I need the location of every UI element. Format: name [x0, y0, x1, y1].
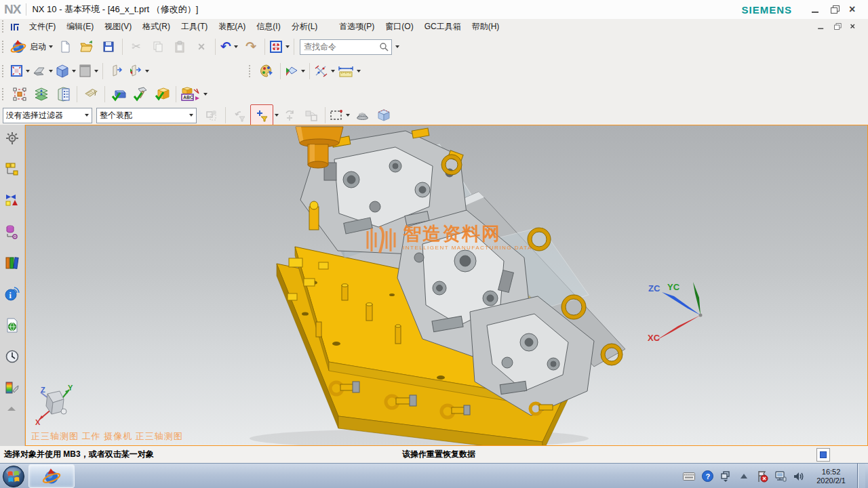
- paste-icon: [174, 41, 186, 53]
- close-button[interactable]: ×: [849, 5, 859, 14]
- save-button[interactable]: [98, 37, 119, 57]
- show-desktop-button[interactable]: [857, 464, 865, 488]
- toolbar-grip[interactable]: [2, 88, 6, 100]
- taskbar-clock[interactable]: 16:52 2020/2/1: [811, 468, 851, 485]
- minimize-button[interactable]: [811, 5, 821, 14]
- web-browser-button[interactable]: i: [3, 285, 22, 304]
- menu-item-file[interactable]: 文件(F): [24, 20, 61, 34]
- menu-item-view[interactable]: 视图(V): [99, 20, 137, 34]
- triad-z-label: Z: [41, 386, 45, 394]
- toolbar-separator: [77, 86, 77, 102]
- toolbar-separator: [294, 39, 294, 55]
- cad-model: [26, 125, 867, 445]
- restore-window-tray-icon[interactable]: [719, 470, 732, 483]
- svg-text:?: ?: [705, 472, 710, 481]
- toolbar-separator: [104, 86, 105, 102]
- move-component-button[interactable]: [9, 84, 31, 104]
- undo-caret-icon: [234, 45, 238, 48]
- toolbar-grip[interactable]: [249, 65, 253, 77]
- roles-button[interactable]: [3, 129, 22, 148]
- books-icon: [5, 256, 20, 270]
- snap-shell-button[interactable]: [351, 105, 373, 125]
- restore-button[interactable]: [830, 5, 840, 14]
- check-component-button[interactable]: [151, 84, 173, 104]
- child-restore-button[interactable]: [833, 22, 841, 30]
- add-filter-button[interactable]: [250, 104, 273, 126]
- note-tag-button[interactable]: [80, 84, 102, 104]
- background-button[interactable]: [77, 61, 100, 81]
- show-hide-button[interactable]: [283, 61, 307, 81]
- menu-item-assemblies[interactable]: 装配(A): [213, 20, 251, 34]
- rendering-style-button[interactable]: [54, 61, 77, 81]
- orient-view-button[interactable]: [31, 61, 54, 81]
- constraint-navigator-button[interactable]: [3, 191, 22, 210]
- check-tools-button[interactable]: [130, 84, 151, 104]
- new-file-button[interactable]: [54, 37, 76, 57]
- taskbar: ? 16:52 2020/2/1: [0, 463, 868, 488]
- menu-item-analysis[interactable]: 分析(L): [286, 20, 323, 34]
- selection-bar: 没有选择过滤器 整个装配: [0, 106, 868, 125]
- undo-button[interactable]: ↶: [218, 37, 240, 57]
- status-select-icon[interactable]: [816, 448, 830, 462]
- materials-button[interactable]: [3, 378, 22, 397]
- menu-item-help[interactable]: 帮助(H): [467, 20, 505, 34]
- nx-task-button[interactable]: [28, 464, 75, 488]
- action-center-icon[interactable]: [756, 470, 768, 483]
- search-caret-icon[interactable]: [395, 45, 399, 48]
- menu-item-gc-toolbox[interactable]: GC工具箱: [419, 20, 467, 34]
- find-command-box[interactable]: [300, 39, 392, 55]
- edit-section-button[interactable]: [127, 61, 151, 81]
- standard-toolbar: 启动 ✂ × ↶ ↷: [0, 34, 868, 60]
- check-clearance-button[interactable]: [108, 84, 130, 104]
- assembly-navigator-button[interactable]: [3, 160, 22, 179]
- graphics-window[interactable]: 智造资料网 INTELLIGENT MANUFACTURING DATA ZC …: [25, 125, 868, 446]
- annotation-button[interactable]: ABC: [179, 84, 209, 104]
- start-button[interactable]: [1, 465, 26, 488]
- child-close-button[interactable]: ×: [850, 22, 857, 30]
- toolbar-grip[interactable]: [2, 41, 6, 53]
- hd3d-tools-button[interactable]: [3, 316, 22, 335]
- constraint-list-button[interactable]: [52, 84, 74, 104]
- menu-item-information[interactable]: 信息(I): [251, 20, 285, 34]
- true-shading-button[interactable]: [256, 61, 277, 81]
- part-navigator-button[interactable]: [3, 222, 22, 241]
- window-layout-button[interactable]: [268, 37, 291, 57]
- menu-item-preferences[interactable]: 首选项(P): [334, 20, 380, 34]
- show-hidden-icons-button[interactable]: [738, 470, 750, 483]
- assembly-scope-select[interactable]: 整个装配: [96, 108, 197, 123]
- network-icon[interactable]: [774, 470, 787, 483]
- sidebar-scroll-up[interactable]: [7, 407, 16, 411]
- window-controls: ×: [811, 5, 868, 14]
- open-file-button[interactable]: [76, 37, 98, 57]
- history-button[interactable]: [3, 347, 22, 366]
- measure-button[interactable]: [336, 61, 362, 81]
- find-command-input[interactable]: [302, 41, 379, 52]
- toolbar-separator: [215, 39, 216, 55]
- fit-view-button[interactable]: [9, 61, 31, 81]
- snap-point-button[interactable]: [313, 61, 336, 81]
- save-floppy-icon: [102, 41, 115, 53]
- assembly-constraints-button[interactable]: [31, 84, 52, 104]
- help-tray-icon[interactable]: ?: [701, 470, 713, 483]
- transparent-cube-button[interactable]: [373, 105, 395, 125]
- keyboard-tray-icon[interactable]: [683, 470, 695, 483]
- toolbar-grip[interactable]: [2, 65, 6, 77]
- assembly-toolbar: ABC: [0, 82, 868, 106]
- window-title: NX 10 - 基本环境 - [46_x_t.prt （修改的）]: [32, 3, 198, 16]
- selection-filter-select[interactable]: 没有选择过滤器: [3, 108, 92, 123]
- start-menu-button[interactable]: 启动: [9, 37, 54, 57]
- back-funnel-icon: [233, 109, 246, 122]
- reuse-library-button[interactable]: [3, 253, 22, 272]
- delete-x-icon: ×: [198, 41, 205, 52]
- menu-item-window[interactable]: 窗口(O): [380, 20, 418, 34]
- menubar-grip[interactable]: [2, 20, 6, 33]
- redo-button[interactable]: ↷: [240, 37, 262, 57]
- previous-filter-button: [229, 105, 250, 125]
- menu-item-edit[interactable]: 编辑(E): [61, 20, 99, 34]
- menu-item-tools[interactable]: 工具(T): [176, 20, 213, 34]
- marquee-select-button[interactable]: [328, 105, 351, 125]
- volume-icon[interactable]: [793, 470, 805, 483]
- child-minimize-button[interactable]: [817, 22, 825, 30]
- clip-section-button[interactable]: [106, 61, 127, 81]
- menu-item-format[interactable]: 格式(R): [137, 20, 176, 34]
